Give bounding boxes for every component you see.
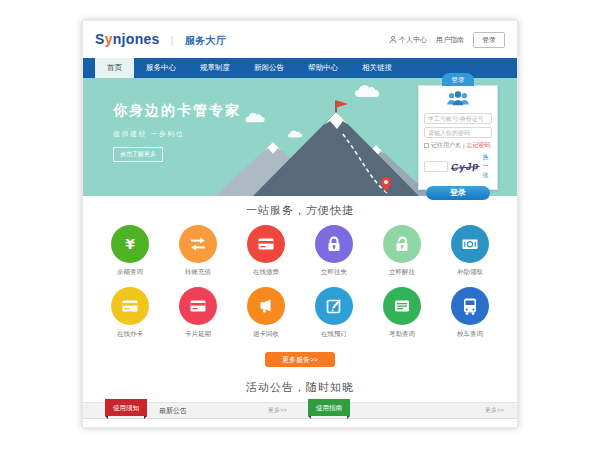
lock-icon [315,225,353,263]
person-icon [389,35,397,44]
usage-notes-tab[interactable]: 使用须知 [105,399,147,416]
more-link-right[interactable]: 更多>> [485,406,504,415]
login-tab[interactable]: 登录 [442,73,474,86]
service-item[interactable]: 补助领取 [436,225,504,277]
password-input[interactable] [424,127,492,138]
service-item[interactable]: 退卡回收 [232,287,300,339]
attendance-icon [383,287,421,325]
service-label: 退卡回收 [232,330,300,339]
logo-divider: | [171,35,174,46]
flag-icon [337,101,348,108]
megaphone-icon [247,287,285,325]
announcements-left-column: 使用须知 最新公告 更多>> [83,403,300,418]
service-label: 补助领取 [436,268,504,277]
cloud-decoration [355,90,379,97]
captcha-input[interactable] [424,161,448,172]
logo-text: S [95,31,105,47]
user-guide-link[interactable]: 用户指南 [436,35,464,45]
service-label: 立即挂失 [300,268,368,277]
service-item[interactable]: 卡片延期 [164,287,232,339]
service-item[interactable]: 在线预订 [300,287,368,339]
synjones-logo: Synjones | 服务大厅 [95,31,226,48]
logo-accent: y [105,31,113,47]
nav-item[interactable]: 服务中心 [134,58,188,78]
more-services-button[interactable]: 更多服务>> [265,352,335,367]
service-item[interactable]: 转账充值 [164,225,232,277]
service-label: 校车查询 [436,330,504,339]
services-grid: 余额查询转账充值在线缴费立即挂失立即解挂补助领取在线办卡卡片延期退卡回收在线预订… [96,225,504,349]
service-item[interactable]: 立即解挂 [368,225,436,277]
edit-icon [315,287,353,325]
remember-checkbox[interactable] [424,143,429,148]
nav-item[interactable]: 相关链接 [350,58,404,78]
remember-divider: | [463,143,465,149]
remember-label: 记住用户名 [431,141,461,150]
service-item[interactable]: 在线办卡 [96,287,164,339]
service-item[interactable]: 校车查询 [436,287,504,339]
username-input[interactable] [424,113,492,124]
more-link-left[interactable]: 更多>> [268,406,287,415]
captcha-refresh-link[interactable]: 换一张 [482,153,492,180]
service-item[interactable]: 立即挂失 [300,225,368,277]
header-login-button[interactable]: 登录 [473,32,505,48]
unlock-icon [383,225,421,263]
nav-item[interactable]: 新闻公告 [242,58,296,78]
announcements-right-column: 使用指南 更多>> [300,403,517,418]
banknote-icon [451,225,489,263]
forgot-password-link[interactable]: 忘记密码 [467,141,491,150]
header: Synjones | 服务大厅 个人中心 用户指南 登录 [83,21,517,58]
users-icon [424,90,492,110]
hero-banner: 你身边的卡管专家 提供捷径 一步到位 点击了解更多 登录 [83,78,517,196]
latest-announcements-tab[interactable]: 最新公告 [159,406,187,416]
service-label: 余额查询 [96,268,164,277]
nav-item[interactable]: 规章制度 [188,58,242,78]
login-panel: 登录 记住用户名 | 忘记密码 CyJp 换一张 登录 [418,85,498,190]
card-icon [111,287,149,325]
user-guide-tab[interactable]: 使用指南 [308,399,350,416]
service-label: 在线预订 [300,330,368,339]
card-icon [247,225,285,263]
service-label: 在线缴费 [232,268,300,277]
header-links: 个人中心 用户指南 登录 [389,32,505,48]
card-icon [179,287,217,325]
yen-icon [111,225,149,263]
bus-icon [451,287,489,325]
service-item[interactable]: 在线缴费 [232,225,300,277]
service-label: 转账充值 [164,268,232,277]
mountain-illustration [201,100,431,196]
announcements-heading: 活动公告，随时知晓 [83,380,517,395]
logo-text-2: njones [113,31,160,47]
service-item[interactable]: 考勤查询 [368,287,436,339]
remember-row: 记住用户名 | 忘记密码 [424,141,492,150]
transfer-icon [179,225,217,263]
captcha-image[interactable]: CyJp [451,160,480,173]
personal-center-link[interactable]: 个人中心 [389,35,427,45]
login-submit-button[interactable]: 登录 [426,186,490,200]
service-label: 卡片延期 [164,330,232,339]
service-item[interactable]: 余额查询 [96,225,164,277]
nav-item[interactable]: 首页 [95,58,134,78]
user-guide-label: 用户指南 [436,35,464,45]
announcements-tab-strip: 使用须知 最新公告 更多>> 使用指南 更多>> [83,402,517,419]
portal-page: Synjones | 服务大厅 个人中心 用户指南 登录 首页服务中心规章制度新… [82,20,518,428]
personal-center-label: 个人中心 [399,35,427,45]
services-heading: 一站服务，方便快捷 [83,203,517,218]
hero-cta-button[interactable]: 点击了解更多 [113,147,163,162]
service-label: 在线办卡 [96,330,164,339]
nav-item[interactable]: 帮助中心 [296,58,350,78]
service-label: 立即解挂 [368,268,436,277]
captcha-row: CyJp 换一张 [424,153,492,180]
service-label: 考勤查询 [368,330,436,339]
site-name: 服务大厅 [185,35,226,46]
